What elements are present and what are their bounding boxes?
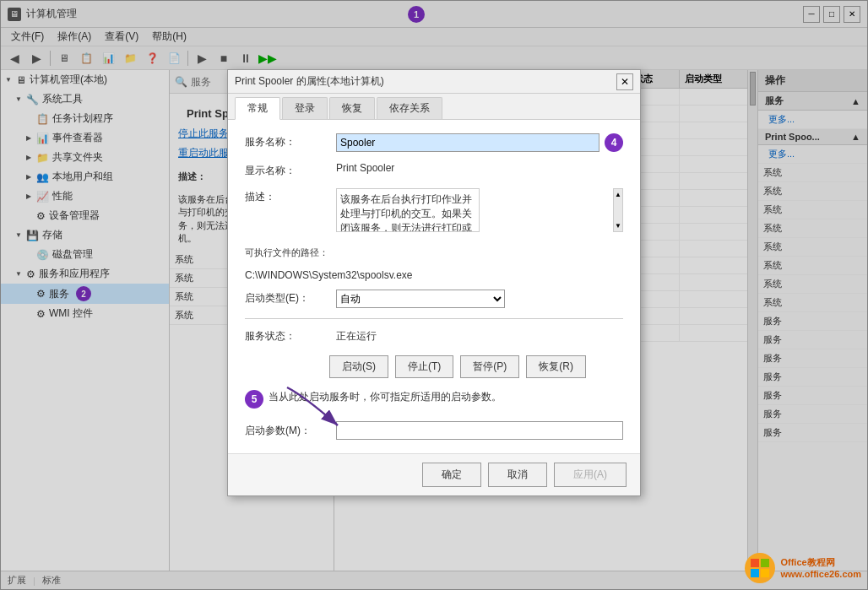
pause-service-button[interactable]: 暂停(P) xyxy=(460,355,519,378)
startup-type-select[interactable]: 自动 手动 禁用 自动(延迟启动) xyxy=(336,290,505,308)
dialog-title: Print Spooler 的属性(本地计算机) xyxy=(235,74,616,89)
tab-recovery[interactable]: 恢复 xyxy=(329,97,375,119)
service-status-row: 服务状态： 正在运行 xyxy=(245,329,623,344)
desc-scroll-up[interactable]: ▲ xyxy=(615,191,621,198)
dialog-title-bar: Print Spooler 的属性(本地计算机) ✕ xyxy=(228,70,640,94)
dialog-overlay: Print Spooler 的属性(本地计算机) ✕ 常规 登录 恢复 依存关系… xyxy=(0,0,868,590)
svg-rect-2 xyxy=(761,559,769,567)
tab-general[interactable]: 常规 xyxy=(235,97,280,120)
service-name-badge: 4 xyxy=(605,133,623,152)
dialog-confirm-button[interactable]: 确定 xyxy=(422,463,481,487)
desc-scroll-down[interactable]: ▼ xyxy=(615,222,621,230)
start-params-input[interactable] xyxy=(336,421,623,440)
form-divider xyxy=(245,318,623,319)
watermark-url: www.office26.com xyxy=(780,568,861,580)
display-name-label: 显示名称： xyxy=(245,162,329,178)
start-params-input-row: 启动参数(M)： xyxy=(245,421,623,440)
display-name-value: Print Spooler xyxy=(336,162,623,174)
stop-service-button[interactable]: 停止(T) xyxy=(395,355,453,378)
service-name-input[interactable] xyxy=(336,133,599,152)
dialog-tabs: 常规 登录 恢复 依存关系 xyxy=(228,94,640,120)
control-buttons: 启动(S) 停止(T) 暂停(P) 恢复(R) xyxy=(245,355,623,378)
dialog-cancel-button[interactable]: 取消 xyxy=(488,463,547,487)
service-status-value: 正在运行 xyxy=(336,329,377,344)
startup-type-label: 启动类型(E)： xyxy=(245,290,329,306)
exec-path-label: 可执行文件的路径： xyxy=(245,245,329,259)
dialog-print-spooler: Print Spooler 的属性(本地计算机) ✕ 常规 登录 恢复 依存关系… xyxy=(227,69,641,496)
tab-dependencies[interactable]: 依存关系 xyxy=(377,97,442,119)
svg-rect-3 xyxy=(751,569,759,577)
watermark-icon xyxy=(745,553,775,583)
form-row-exec-path: 可执行文件的路径： xyxy=(245,245,623,259)
dialog-content: 服务名称： 4 显示名称： Print Spooler 描述： 该服务在后台执行… xyxy=(228,120,640,453)
start-params-badge: 5 xyxy=(245,390,263,409)
form-row-startup: 启动类型(E)： 自动 手动 禁用 自动(延迟启动) xyxy=(245,290,623,308)
form-row-service-name: 服务名称： 4 xyxy=(245,133,623,152)
tab-login[interactable]: 登录 xyxy=(282,97,328,119)
service-status-label: 服务状态： xyxy=(245,329,329,344)
service-name-label: 服务名称： xyxy=(245,133,329,149)
form-row-description: 描述： 该服务在后台执行打印作业并处理与打印机的交互。如果关闭该服务，则无法进行… xyxy=(245,188,623,235)
start-params-hint-row: 5 当从此处启动服务时，你可指定所适用的启动参数。 xyxy=(245,390,623,411)
office-icon-svg xyxy=(750,558,770,578)
start-params-input-label: 启动参数(M)： xyxy=(245,424,329,438)
start-params-hint: 当从此处启动服务时，你可指定所适用的启动参数。 xyxy=(269,390,502,404)
dialog-footer: 确定 取消 应用(A) xyxy=(228,453,640,495)
description-textarea[interactable]: 该服务在后台执行打印作业并处理与打印机的交互。如果关闭该服务，则无法进行打印或查… xyxy=(336,188,480,232)
svg-rect-4 xyxy=(761,569,769,577)
watermark-text: Office教程网 www.office26.com xyxy=(780,556,861,581)
form-row-display-name: 显示名称： Print Spooler xyxy=(245,162,623,178)
watermark: Office教程网 www.office26.com xyxy=(745,553,861,583)
watermark-site: Office教程网 xyxy=(780,556,861,568)
start-service-button[interactable]: 启动(S) xyxy=(329,355,388,378)
svg-rect-1 xyxy=(751,559,759,567)
dialog-apply-button[interactable]: 应用(A) xyxy=(554,463,627,487)
dialog-close-button[interactable]: ✕ xyxy=(616,73,633,90)
resume-service-button[interactable]: 恢复(R) xyxy=(526,355,586,378)
exec-path-value: C:\WINDOWS\System32\spoolsv.exe xyxy=(245,269,623,290)
description-label: 描述： xyxy=(245,188,329,204)
